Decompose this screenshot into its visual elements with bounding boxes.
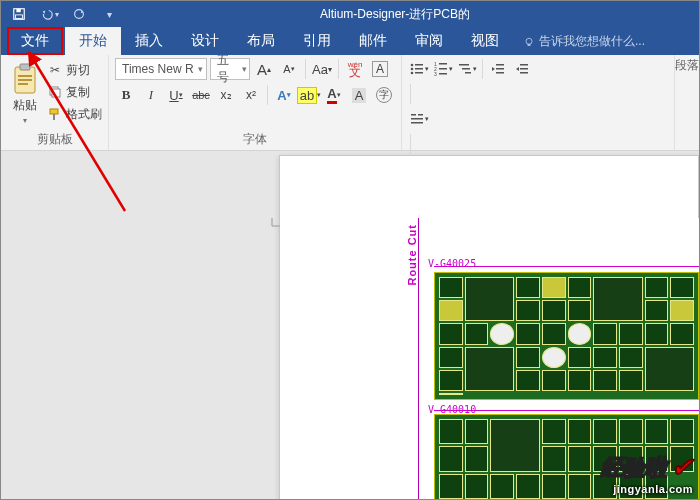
svg-rect-30 — [496, 64, 504, 66]
tell-me-search[interactable]: 告诉我您想做什么... — [513, 28, 655, 55]
chevron-down-icon: ▾ — [242, 64, 247, 74]
numbering-button[interactable]: 123▾ — [432, 58, 454, 80]
tab-design[interactable]: 设计 — [177, 27, 233, 55]
font-family-combo[interactable]: Times New R▾ — [115, 58, 207, 80]
svg-rect-10 — [18, 83, 28, 85]
svg-point-19 — [411, 72, 414, 75]
paste-label: 粘贴 — [13, 97, 37, 114]
grow-font-button[interactable]: A▴ — [253, 58, 275, 80]
underline-button[interactable]: U▾ — [165, 84, 187, 106]
asian-layout-button[interactable]: ▾ — [408, 108, 430, 130]
subscript-button[interactable]: x₂ — [215, 84, 237, 106]
paste-button[interactable]: 粘贴 ▾ — [7, 58, 43, 129]
svg-rect-9 — [18, 79, 32, 81]
group-clipboard: 粘贴 ▾ ✂剪切 复制 格式刷 剪贴板 — [1, 55, 109, 150]
svg-rect-8 — [18, 75, 32, 77]
undo-button[interactable]: ▾ — [35, 2, 63, 26]
redo-button[interactable] — [65, 2, 93, 26]
svg-rect-22 — [439, 63, 447, 65]
quick-access-toolbar: ▾ ▾ — [1, 2, 127, 26]
svg-rect-16 — [415, 64, 423, 66]
save-button[interactable] — [5, 2, 33, 26]
svg-rect-18 — [415, 68, 423, 70]
change-case-button[interactable]: Aa▾ — [311, 58, 333, 80]
font-size-combo[interactable]: 五号▾ — [210, 58, 250, 80]
phonetic-guide-button[interactable]: wén文 — [344, 58, 366, 80]
group-label-clipboard: 剪贴板 — [7, 129, 102, 148]
italic-button[interactable]: I — [140, 84, 162, 106]
qat-customize[interactable]: ▾ — [95, 2, 123, 26]
watermark-url: jingyanla.com — [601, 483, 693, 495]
strikethrough-button[interactable]: abc — [190, 84, 212, 106]
watermark: 经验啦✔ jingyanla.com — [601, 452, 693, 495]
svg-rect-24 — [439, 68, 447, 70]
tab-insert[interactable]: 插入 — [121, 27, 177, 55]
svg-rect-13 — [50, 109, 58, 114]
svg-rect-12 — [52, 89, 60, 97]
font-color-button[interactable]: A▾ — [323, 84, 345, 106]
tab-mailings[interactable]: 邮件 — [345, 27, 401, 55]
document-area[interactable]: Route Cut V-G40025 V-G40010 — [1, 151, 699, 500]
multilevel-icon — [457, 61, 473, 77]
pcb-board-top — [434, 272, 699, 400]
svg-rect-39 — [411, 122, 423, 124]
group-font: Times New R▾ 五号▾ A▴ A▾ Aa▾ wén文 A B I U▾… — [109, 55, 402, 150]
tell-me-placeholder: 告诉我您想做什么... — [539, 33, 645, 50]
document-gutter — [1, 151, 279, 500]
svg-rect-27 — [459, 64, 469, 66]
svg-rect-36 — [411, 114, 416, 116]
group-paragraph: ▾ 123▾ ▾ ▾ A↓ ¶ ▾ ▾ — [402, 55, 675, 150]
margin-marker-icon — [270, 210, 288, 228]
watermark-text: 经验啦 — [601, 453, 667, 483]
char-shading-button[interactable]: A — [348, 84, 370, 106]
cut-button[interactable]: ✂剪切 — [47, 60, 102, 80]
ribbon-tabs: 文件 开始 插入 设计 布局 引用 邮件 审阅 视图 告诉我您想做什么... — [1, 27, 699, 55]
svg-rect-37 — [418, 114, 423, 116]
title-bar: ▾ ▾ Altium-Designer-进行PCB的 — [1, 1, 699, 27]
ribbon: 粘贴 ▾ ✂剪切 复制 格式刷 剪贴板 Times New R▾ 五号▾ A▴ … — [1, 55, 699, 151]
bullets-button[interactable]: ▾ — [408, 58, 430, 80]
lightbulb-icon — [523, 36, 535, 48]
svg-rect-28 — [462, 68, 470, 70]
tab-home[interactable]: 开始 — [65, 27, 121, 55]
tab-view[interactable]: 视图 — [457, 27, 513, 55]
svg-rect-38 — [411, 118, 423, 120]
document-page: Route Cut V-G40025 V-G40010 — [279, 155, 699, 500]
text-effects-button[interactable]: A▾ — [273, 84, 295, 106]
decrease-indent-button[interactable] — [487, 58, 509, 80]
svg-rect-33 — [520, 64, 528, 66]
window-title: Altium-Designer-进行PCB的 — [320, 6, 470, 23]
char-border-button[interactable]: A — [369, 58, 391, 80]
svg-rect-31 — [496, 68, 504, 70]
enclose-char-button[interactable]: 字 — [373, 84, 395, 106]
tab-review[interactable]: 审阅 — [401, 27, 457, 55]
svg-rect-7 — [20, 64, 30, 70]
svg-rect-1 — [16, 9, 20, 13]
brush-icon — [47, 106, 63, 122]
shrink-font-button[interactable]: A▾ — [278, 58, 300, 80]
bullets-icon — [409, 61, 425, 77]
tab-references[interactable]: 引用 — [289, 27, 345, 55]
svg-point-17 — [411, 68, 414, 71]
svg-point-15 — [411, 64, 414, 67]
svg-rect-29 — [465, 72, 471, 74]
checkmark-icon: ✔ — [671, 452, 693, 483]
svg-rect-2 — [16, 15, 23, 19]
svg-rect-35 — [520, 72, 528, 74]
numbering-icon: 123 — [433, 61, 449, 77]
group-label-font: 字体 — [115, 129, 395, 148]
bold-button[interactable]: B — [115, 84, 137, 106]
format-painter-button[interactable]: 格式刷 — [47, 104, 102, 124]
paste-icon — [11, 63, 39, 95]
copy-button[interactable]: 复制 — [47, 82, 102, 102]
tab-layout[interactable]: 布局 — [233, 27, 289, 55]
scissors-icon: ✂ — [47, 62, 63, 78]
highlight-button[interactable]: ab▾ — [298, 84, 320, 106]
tab-file[interactable]: 文件 — [7, 27, 63, 55]
chevron-down-icon: ▾ — [198, 64, 203, 74]
increase-indent-button[interactable] — [511, 58, 533, 80]
multilevel-list-button[interactable]: ▾ — [456, 58, 478, 80]
svg-rect-26 — [439, 73, 447, 75]
copy-icon — [47, 84, 63, 100]
superscript-button[interactable]: x² — [240, 84, 262, 106]
